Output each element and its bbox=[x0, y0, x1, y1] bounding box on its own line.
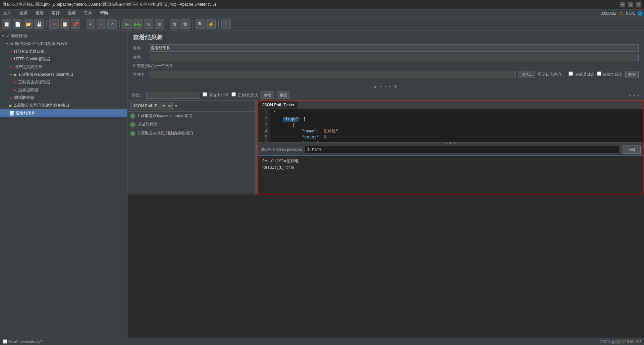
menu-run[interactable]: 运行 bbox=[50, 10, 62, 17]
sidebar-item-result-tree[interactable]: 📊 查看结果树 bbox=[0, 109, 127, 117]
list-item-label: 1.获取鉴权码access token接口 bbox=[138, 113, 193, 119]
regex-checkbox[interactable] bbox=[231, 92, 236, 97]
json-editor: 1 2 3 4 5 6 7 8 9 10 11 12 13 { bbox=[258, 109, 643, 142]
x-icon: ✕ bbox=[13, 88, 17, 93]
search-label: 查找： bbox=[131, 93, 144, 98]
find-button[interactable]: 查找 bbox=[261, 92, 274, 99]
x-icon: ✕ bbox=[13, 80, 17, 85]
result-list: JSON Path Tester ▼ ✓ 1.获取鉴权码access token… bbox=[127, 101, 255, 194]
sidebar-item-test-plan[interactable]: ▼ ✓ 测试计划 bbox=[0, 32, 127, 40]
browse-button[interactable]: 浏览... bbox=[519, 71, 535, 78]
tab-json-path-tester[interactable]: JSON Path Tester bbox=[258, 101, 299, 109]
x-icon: ✕ bbox=[9, 49, 13, 54]
minimize-button[interactable]: ─ bbox=[620, 2, 625, 7]
file-input[interactable] bbox=[149, 71, 516, 78]
clear-button[interactable]: 🗑 bbox=[170, 19, 179, 29]
jsonpath-label: JSON Path Expression bbox=[261, 147, 302, 152]
add-button[interactable]: + bbox=[86, 19, 95, 29]
list-item[interactable]: ✓ 2.获取公众号已创建的标签接口 bbox=[127, 129, 255, 138]
menu-help[interactable]: 帮助 bbox=[98, 10, 110, 17]
menu-file[interactable]: 文件 bbox=[1, 10, 13, 17]
warning-icon: ⚠ bbox=[619, 11, 623, 16]
jsonpath-input[interactable] bbox=[305, 146, 619, 153]
thread-group-icon: ⚙ bbox=[10, 42, 14, 46]
name-input[interactable] bbox=[149, 44, 639, 52]
comment-input[interactable] bbox=[149, 54, 639, 61]
list-item-label: 调试取样器 bbox=[138, 122, 158, 127]
paste-button[interactable]: 📌 bbox=[71, 19, 80, 29]
horizontal-splitter-1[interactable]: ▲ • • • ▼ bbox=[127, 83, 644, 90]
toolbar-sep6 bbox=[218, 20, 219, 28]
x-icon: ✕ bbox=[9, 96, 13, 100]
run-button[interactable]: ▶ bbox=[122, 19, 132, 29]
toolbar-right-info: 00:00:01 ⚠ 0 0/1 🌐 bbox=[601, 11, 643, 16]
clear-all-button[interactable]: 🗑 bbox=[180, 19, 190, 29]
toolbar-sep3 bbox=[119, 20, 120, 28]
sidebar-item-boundary-extractor[interactable]: ✕ 边界提取器 bbox=[0, 86, 127, 94]
menu-edit[interactable]: 编辑 bbox=[17, 10, 30, 17]
menu-bar: 文件 编辑 查看 运行 选项 工具 帮助 00:00:01 ⚠ 0 0/1 🌐 bbox=[0, 9, 644, 17]
main-toolbar: 📋 📄 📂 💾 ✂ 📋 📌 + − ↗ ▶ ▶▶ ■ ⏹ 🗑 🗑 🔍 ⚡ ? bbox=[0, 17, 644, 31]
sidebar-item-http-default[interactable]: ✕ HTTP请求默认值 bbox=[0, 48, 127, 55]
config-button[interactable]: 配置 bbox=[625, 71, 639, 78]
menu-tools[interactable]: 工具 bbox=[82, 10, 94, 17]
json-text[interactable]: { "tags": [ { "name": "星标组", "count": 0,… bbox=[270, 109, 643, 142]
scroll-auto-checkbox[interactable] bbox=[3, 339, 7, 344]
list-item[interactable]: ✓ 1.获取鉴权码access token接口 bbox=[127, 112, 255, 120]
success-log-checkbox[interactable] bbox=[597, 71, 601, 76]
main-layout: ▼ ✓ 测试计划 ▼ ⚙ 微信公众平台接口测试-线程组 ✕ HTTP请求默认值 … bbox=[0, 31, 644, 345]
sidebar-item-cookie-manager[interactable]: ✕ HTTP Cookie管理器 bbox=[0, 55, 127, 63]
chevron-down-icon: ▼ bbox=[1, 34, 5, 38]
sidebar-item-regex-extractor[interactable]: ✕ 正则表达式提取器 bbox=[0, 78, 127, 86]
toolbar-sep5 bbox=[193, 20, 193, 28]
counter-display: 0 0/1 bbox=[626, 11, 635, 16]
sidebar-item-user-vars[interactable]: ✕ 用户定义的变量 bbox=[0, 63, 127, 71]
toolbar-btn3[interactable]: ↗ bbox=[107, 19, 117, 29]
view-selector[interactable]: JSON Path Tester bbox=[130, 102, 173, 110]
list-item[interactable]: ✓ 调试取样器 bbox=[127, 120, 255, 129]
search-input[interactable] bbox=[146, 92, 200, 99]
remote-button[interactable]: ⚡ bbox=[206, 19, 216, 29]
case-sensitive-checkbox[interactable] bbox=[203, 92, 207, 97]
json-path-tester-panel: JSON Path Tester 1 2 3 4 5 6 7 8 9 10 bbox=[258, 101, 644, 194]
menu-options[interactable]: 选项 bbox=[66, 10, 78, 17]
sidebar-item-thread-group[interactable]: ▼ ⚙ 微信公众平台接口测试-线程组 bbox=[0, 40, 127, 48]
help-button[interactable]: ? bbox=[221, 19, 231, 29]
window-title: 微信公众平台接口测试.jmx (D:\apache-jmeter-5.5\Met… bbox=[3, 2, 216, 7]
test-button[interactable]: Test bbox=[622, 146, 641, 154]
sidebar-item-debug-sampler[interactable]: ✕ 调试取样器 bbox=[0, 94, 127, 102]
save-button[interactable]: 💾 bbox=[34, 19, 44, 29]
stop-button[interactable]: ■ bbox=[144, 19, 153, 29]
result-icon: ✓ bbox=[130, 113, 136, 119]
play-icon: ▶ bbox=[14, 72, 17, 77]
template-button[interactable]: 📄 bbox=[13, 19, 22, 29]
sidebar-item-access-token[interactable]: ▼ ▶ 1.获取鉴权码access token接口 bbox=[0, 71, 127, 78]
new-button[interactable]: 📋 bbox=[2, 19, 11, 29]
test-plan-icon: ✓ bbox=[6, 34, 9, 39]
open-button[interactable]: 📂 bbox=[23, 19, 33, 29]
result-line-1: Result[1]=北京 bbox=[262, 165, 639, 171]
maximize-button[interactable]: □ bbox=[628, 2, 633, 7]
chevron-down-icon: ▼ bbox=[9, 73, 13, 76]
cut-button[interactable]: ✂ bbox=[49, 19, 59, 29]
status-bar: Scroll automatically? CSDN @QQ1215461468 bbox=[0, 338, 644, 345]
splitter-icon: ▲ • • • ▼ bbox=[373, 84, 398, 89]
comment-label: 注释： bbox=[133, 55, 146, 60]
error-log-checkbox[interactable] bbox=[569, 71, 573, 76]
menu-view[interactable]: 查看 bbox=[34, 10, 46, 17]
sidebar-tree: ▼ ✓ 测试计划 ▼ ⚙ 微信公众平台接口测试-线程组 ✕ HTTP请求默认值 … bbox=[0, 31, 127, 345]
copy-button[interactable]: 📋 bbox=[60, 19, 69, 29]
content-area: 查看结果树 名称： 注释： 所有数据写入一个文件 文件名 浏览... 显示日志内… bbox=[127, 31, 644, 345]
run-all-button[interactable]: ▶▶ bbox=[133, 19, 143, 29]
sidebar-item-tags-interface[interactable]: ▶ 2.获取公众号已创建的标签接口 bbox=[0, 102, 127, 109]
close-button[interactable]: ✕ bbox=[636, 2, 641, 7]
reset-button[interactable]: 重置 bbox=[277, 92, 290, 99]
title-bar: 微信公众平台接口测试.jmx (D:\apache-jmeter-5.5\Met… bbox=[0, 0, 644, 9]
result-icon: ✓ bbox=[130, 122, 136, 127]
remove-button[interactable]: − bbox=[97, 19, 106, 29]
scroll-auto-label: Scroll automatically? bbox=[3, 339, 42, 344]
vertical-splitter[interactable]: ⋮ bbox=[255, 101, 258, 194]
line-numbers: 1 2 3 4 5 6 7 8 9 10 11 12 13 bbox=[258, 109, 270, 142]
search-button[interactable]: 🔍 bbox=[196, 19, 205, 29]
stop-all-button[interactable]: ⏹ bbox=[155, 19, 164, 29]
